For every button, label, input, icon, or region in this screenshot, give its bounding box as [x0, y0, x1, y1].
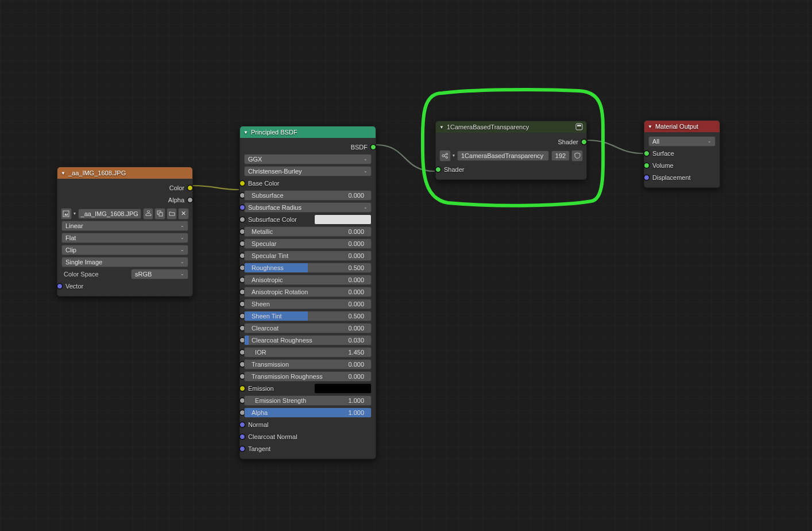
socket-shader-in[interactable]: [435, 167, 441, 172]
subsurface-method-dropdown[interactable]: Christensen-Burley⌄: [244, 166, 372, 176]
nodetree-name-field[interactable]: 1CameraBasedTransparency: [457, 151, 549, 161]
input-subsurface-color: Subsurface Color: [243, 213, 373, 225]
input-alpha: Alpha1.000: [243, 406, 373, 418]
socket-bsdf[interactable]: [370, 144, 376, 150]
socket-vector[interactable]: [57, 283, 63, 289]
dropdown[interactable]: Subsurface Radius⌄: [244, 202, 372, 213]
source-dropdown[interactable]: Single Image⌄: [61, 257, 188, 267]
distribution-dropdown[interactable]: GGX⌄: [244, 154, 372, 164]
slider[interactable]: Transmission Roughness0.000: [244, 371, 372, 382]
browse-image-icon[interactable]: [61, 208, 72, 220]
group-interface-icon[interactable]: [575, 123, 583, 132]
node-title: _aa_IMG_1608.JPG: [68, 170, 126, 176]
colorspace-label: Color Space: [60, 271, 102, 278]
socket[interactable]: [239, 217, 245, 222]
node-header[interactable]: ▼ _aa_IMG_1608.JPG: [57, 167, 192, 179]
image-name-field[interactable]: _aa_IMG_1608.JPG: [78, 209, 141, 219]
svg-rect-3: [159, 213, 163, 216]
input-anisotropic-rotation: Anisotropic Rotation0.000: [243, 286, 373, 298]
slider[interactable]: Emission Strength1.000: [244, 395, 372, 406]
color-swatch[interactable]: [314, 383, 372, 394]
socket[interactable]: [239, 446, 245, 452]
colorspace-dropdown[interactable]: sRGB⌄: [131, 269, 188, 279]
nodetree-users[interactable]: 192: [551, 151, 570, 161]
socket[interactable]: [239, 422, 245, 428]
slider[interactable]: Clearcoat0.000: [244, 323, 372, 333]
input-transmission: Transmission0.000: [243, 358, 373, 370]
input-emission: Emission: [243, 382, 373, 394]
interpolation-dropdown[interactable]: Linear⌄: [61, 221, 188, 231]
input-tangent: Tangent: [243, 442, 373, 455]
extension-dropdown[interactable]: Clip⌄: [61, 245, 188, 255]
slider[interactable]: Sheen0.000: [244, 299, 372, 309]
new-image-icon[interactable]: [154, 208, 165, 220]
node-header[interactable]: ▼ Material Output: [644, 121, 720, 132]
slider[interactable]: Metallic0.000: [244, 226, 372, 237]
node-group-camera-transparency[interactable]: ▼ 1CameraBasedTransparency Shader ▾ 1Cam…: [435, 121, 587, 180]
node-header[interactable]: ▼ 1CameraBasedTransparency: [436, 121, 586, 133]
input-base-color: Base Color: [243, 177, 373, 189]
input-subsurface: Subsurface0.000: [243, 189, 373, 201]
socket-volume[interactable]: [644, 163, 649, 168]
socket-displacement[interactable]: [644, 175, 649, 180]
target-dropdown[interactable]: All⌄: [648, 136, 716, 147]
input-displacement: Displacement: [647, 171, 717, 183]
input-vector: Vector: [60, 280, 190, 292]
socket[interactable]: [239, 180, 245, 186]
collapse-icon[interactable]: ▼: [243, 130, 248, 135]
socket[interactable]: [239, 434, 245, 440]
node-title: Principled BSDF: [251, 129, 297, 136]
slider[interactable]: Anisotropic0.000: [244, 275, 372, 285]
slider[interactable]: Specular Tint0.000: [244, 251, 372, 261]
input-sheen-tint: Sheen Tint0.500: [243, 310, 373, 322]
projection-dropdown[interactable]: Flat⌄: [61, 233, 188, 243]
socket-shader-out[interactable]: [581, 139, 587, 145]
input-emission-strength: Emission Strength1.000: [243, 394, 373, 406]
socket-surface[interactable]: [644, 151, 649, 156]
socket-alpha[interactable]: [187, 197, 193, 203]
slider[interactable]: Roughness0.500: [244, 263, 372, 273]
input-clearcoat: Clearcoat0.000: [243, 322, 373, 334]
input-sheen: Sheen0.000: [243, 298, 373, 310]
fake-user-icon[interactable]: [143, 208, 154, 220]
socket[interactable]: [239, 386, 245, 391]
input-surface: Surface: [647, 147, 717, 159]
svg-rect-0: [63, 211, 69, 217]
slider[interactable]: Subsurface0.000: [244, 190, 372, 201]
node-header[interactable]: ▼ Principled BSDF: [240, 126, 376, 138]
node-image-texture[interactable]: ▼ _aa_IMG_1608.JPG Color Alpha ▾ _aa_IMG…: [57, 167, 193, 297]
node-material-output[interactable]: ▼ Material Output All⌄ Surface Volume Di…: [644, 120, 720, 188]
input-subsurface-radius: Subsurface Radius⌄: [243, 201, 373, 213]
open-image-icon[interactable]: [167, 208, 177, 220]
slider[interactable]: IOR1.450: [244, 347, 372, 357]
slider[interactable]: Anisotropic Rotation0.000: [244, 287, 372, 297]
input-anisotropic: Anisotropic0.000: [243, 274, 373, 286]
output-shader: Shader: [439, 136, 583, 148]
input-normal: Normal: [243, 418, 373, 430]
unlink-image-icon[interactable]: ✕: [178, 208, 189, 220]
svg-rect-5: [577, 125, 581, 126]
input-clearcoat-roughness: Clearcoat Roughness0.030: [243, 334, 373, 346]
browse-nodetree-icon[interactable]: [439, 150, 451, 161]
collapse-icon[interactable]: ▼: [648, 124, 652, 129]
input-ior: IOR1.450: [243, 346, 373, 358]
node-principled-bsdf[interactable]: ▼ Principled BSDF BSDF GGX⌄ Christensen-…: [239, 126, 376, 459]
input-clearcoat-normal: Clearcoat Normal: [243, 430, 373, 442]
slider[interactable]: Clearcoat Roughness0.030: [244, 335, 372, 345]
svg-rect-4: [576, 124, 582, 130]
input-transmission-roughness: Transmission Roughness0.000: [243, 370, 373, 382]
input-shader: Shader: [439, 163, 583, 175]
socket[interactable]: [239, 205, 245, 210]
collapse-icon[interactable]: ▼: [61, 171, 65, 176]
slider[interactable]: Alpha1.000: [244, 407, 372, 418]
slider[interactable]: Transmission0.000: [244, 359, 372, 370]
shield-icon[interactable]: [571, 150, 583, 161]
node-title: Material Output: [655, 123, 698, 130]
socket-color[interactable]: [187, 185, 193, 191]
color-swatch[interactable]: [314, 214, 372, 225]
slider[interactable]: Specular0.000: [244, 238, 372, 249]
collapse-icon[interactable]: ▼: [439, 125, 444, 130]
input-metallic: Metallic0.000: [243, 225, 373, 237]
slider[interactable]: Sheen Tint0.500: [244, 311, 372, 321]
input-specular: Specular0.000: [243, 237, 373, 249]
